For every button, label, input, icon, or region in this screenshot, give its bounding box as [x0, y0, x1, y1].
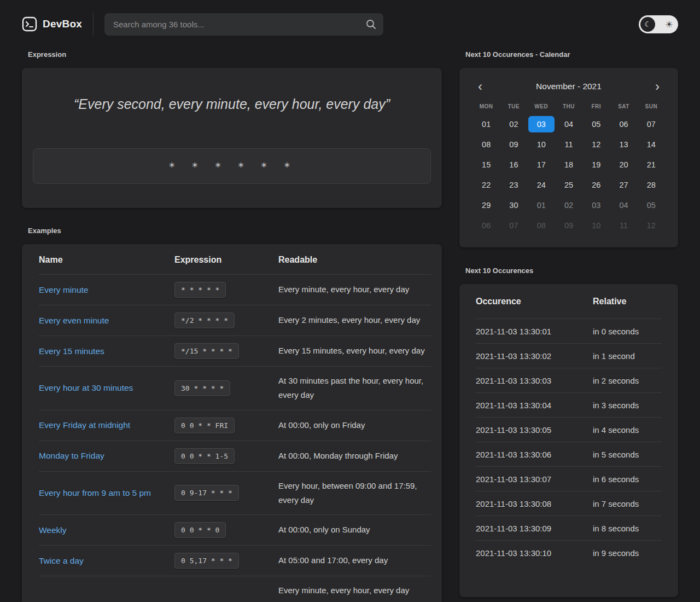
calendar-day[interactable]: 04: [556, 116, 582, 132]
calendar-day[interactable]: 30: [500, 197, 527, 213]
example-link[interactable]: Every minute: [39, 285, 174, 295]
calendar-day-next-month[interactable]: 12: [638, 217, 664, 234]
weekday-label: THU: [555, 103, 582, 109]
example-row: Every hour from 9 am to 5 pm 0 9-17 * * …: [39, 472, 431, 516]
expression-card: “Every second, every minute, every hour,…: [22, 68, 442, 208]
example-link[interactable]: Every Friday at midnight: [39, 420, 174, 430]
calendar-day[interactable]: 24: [528, 177, 555, 193]
calendar-day[interactable]: 27: [611, 177, 637, 193]
occurrences-column: Next 10 Occurences - Calendar ‹ November…: [459, 50, 678, 602]
calendar-day[interactable]: 26: [583, 177, 609, 193]
calendar-day[interactable]: 01: [473, 116, 499, 132]
occurrence-datetime: 2021-11-03 13:30:05: [476, 425, 593, 435]
calendar-day[interactable]: 23: [500, 177, 527, 193]
calendar-day[interactable]: 29: [473, 197, 499, 213]
example-readable: At 05:00 and 17:00, every day: [278, 553, 431, 568]
calendar-day[interactable]: 17: [528, 157, 555, 173]
occurrences-card: Occurence Relative 2021-11-03 13:30:01 i…: [459, 284, 678, 597]
calendar-weekday-row: MON TUE WED THU FRI SAT SUN: [472, 103, 665, 109]
example-link[interactable]: Weekly: [39, 525, 174, 535]
calendar-day-next-month[interactable]: 08: [528, 217, 555, 234]
calendar-day[interactable]: 10: [528, 136, 555, 153]
calendar-day[interactable]: 18: [556, 157, 582, 173]
calendar-day[interactable]: 16: [500, 157, 527, 173]
sun-icon[interactable]: ☀: [662, 17, 676, 32]
example-expression-chip: 0 0 * * 1-5: [174, 448, 235, 464]
calendar-day-selected[interactable]: 03: [528, 116, 555, 132]
calendar-day[interactable]: 02: [500, 116, 527, 132]
occurrences-section-title: Next 10 Occurences: [459, 267, 678, 275]
calendar-day[interactable]: 21: [638, 157, 664, 173]
example-expression-chip: 30 * * * *: [174, 380, 230, 396]
calendar-next-button[interactable]: ›: [650, 79, 665, 94]
search-input[interactable]: [104, 13, 383, 36]
example-readable: Every hour, between 09:00 and 17:59, eve…: [278, 479, 431, 508]
weekday-label: SUN: [638, 103, 665, 109]
theme-toggle[interactable]: ☾ ☀: [639, 15, 678, 33]
example-readable: At 00:00, Monday through Friday: [278, 449, 431, 463]
calendar-day[interactable]: 06: [611, 116, 637, 132]
calendar-day-next-month[interactable]: 01: [528, 197, 555, 213]
moon-icon[interactable]: ☾: [640, 17, 655, 32]
calendar-day[interactable]: 11: [556, 136, 582, 153]
calendar-day[interactable]: 05: [583, 116, 609, 132]
example-row: Every minute, every hour, every day: [39, 576, 431, 602]
calendar-day-next-month[interactable]: 07: [500, 217, 527, 234]
calendar-day[interactable]: 07: [638, 116, 664, 132]
example-readable: Every 2 minutes, every hour, every day: [278, 313, 431, 327]
example-readable: At 00:00, only on Sunday: [278, 523, 431, 537]
calendar-day[interactable]: 22: [473, 177, 499, 193]
calendar-day-next-month[interactable]: 04: [611, 197, 637, 213]
example-row: Monday to Friday 0 0 * * 1-5 At 00:00, M…: [39, 441, 431, 472]
example-row: Every minute * * * * * Every minute, eve…: [39, 275, 431, 305]
example-link[interactable]: Every even minute: [39, 316, 174, 326]
app-logo[interactable]: DevBox: [22, 16, 82, 32]
occurrence-row: 2021-11-03 13:30:05 in 4 seconds: [476, 418, 662, 442]
calendar-header: ‹ November - 2021 ›: [472, 79, 665, 94]
occurrence-datetime: 2021-11-03 13:30:06: [476, 450, 593, 459]
example-expression-chip: */15 * * * *: [174, 343, 239, 359]
occurrence-datetime: 2021-11-03 13:30:03: [476, 376, 593, 385]
example-link[interactable]: Twice a day: [39, 556, 174, 566]
calendar-day-next-month[interactable]: 11: [611, 217, 637, 234]
calendar-day-next-month[interactable]: 09: [556, 217, 582, 234]
calendar-prev-button[interactable]: ‹: [472, 79, 488, 94]
occurrence-relative: in 3 seconds: [593, 401, 662, 410]
app-header: DevBox ☾ ☀: [0, 0, 700, 48]
example-row: Every hour at 30 minutes 30 * * * * At 3…: [39, 367, 431, 410]
example-link[interactable]: Every 15 minutes: [39, 346, 174, 356]
calendar-day-next-month[interactable]: 06: [473, 217, 499, 234]
calendar-day[interactable]: 13: [611, 136, 637, 153]
calendar-day[interactable]: 15: [473, 157, 499, 173]
calendar-day-next-month[interactable]: 03: [583, 197, 609, 213]
occurrence-row: 2021-11-03 13:30:01 in 0 seconds: [476, 319, 662, 344]
example-link[interactable]: Every hour from 9 am to 5 pm: [39, 488, 174, 498]
example-readable: Every minute, every hour, every day: [278, 282, 431, 297]
calendar-day[interactable]: 09: [500, 136, 527, 153]
example-link[interactable]: Every hour at 30 minutes: [39, 383, 174, 393]
search-icon[interactable]: [365, 19, 377, 32]
occurrence-relative: in 7 seconds: [593, 499, 662, 508]
weekday-label: TUE: [500, 103, 527, 109]
occurrence-datetime: 2021-11-03 13:30:09: [476, 524, 593, 533]
calendar-day[interactable]: 20: [611, 157, 637, 173]
calendar-day[interactable]: 14: [638, 136, 664, 153]
calendar-day[interactable]: 19: [583, 157, 609, 173]
calendar-day-next-month[interactable]: 05: [638, 197, 664, 213]
calendar-day[interactable]: 28: [638, 177, 664, 193]
occurrence-datetime: 2021-11-03 13:30:01: [476, 327, 593, 336]
expression-column: Expression “Every second, every minute, …: [22, 50, 442, 602]
calendar-day-next-month[interactable]: 02: [556, 197, 582, 213]
occurrence-row: 2021-11-03 13:30:02 in 1 second: [476, 344, 662, 368]
occurrence-relative: in 4 seconds: [593, 425, 662, 435]
example-expression-chip: 0 0 * * 0: [174, 522, 226, 538]
calendar-month-label: November - 2021: [536, 82, 602, 91]
calendar-day-next-month[interactable]: 10: [583, 217, 609, 234]
examples-col-name: Name: [39, 255, 174, 265]
calendar-day[interactable]: 08: [473, 136, 499, 153]
expression-input[interactable]: [33, 148, 431, 184]
example-link[interactable]: Monday to Friday: [39, 451, 174, 461]
example-readable: Every minute, every hour, every day: [278, 583, 431, 598]
calendar-day[interactable]: 25: [556, 177, 582, 193]
calendar-day[interactable]: 12: [583, 136, 609, 153]
